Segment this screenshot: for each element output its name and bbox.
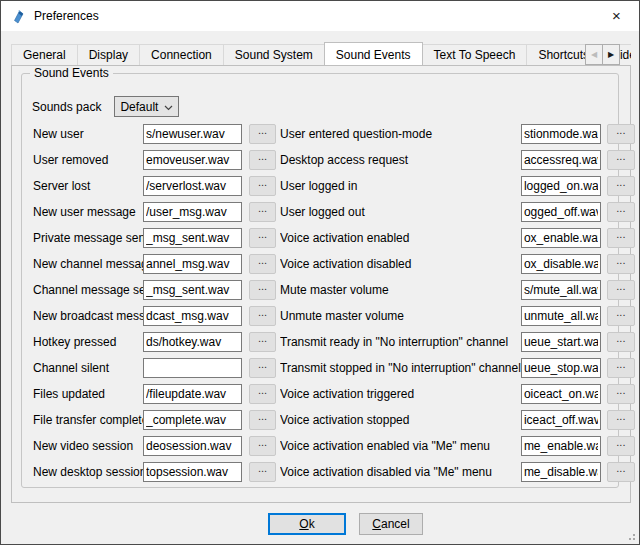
- browse-button[interactable]: ...: [249, 228, 276, 248]
- tab-text-to-speech[interactable]: Text To Speech: [422, 44, 528, 65]
- browse-button[interactable]: ...: [607, 202, 635, 222]
- sound-file-input[interactable]: [521, 332, 601, 352]
- sound-event-row: New video session ...: [33, 433, 276, 459]
- sound-file-input[interactable]: [143, 228, 242, 248]
- sound-file-input[interactable]: [143, 332, 242, 352]
- browse-button[interactable]: ...: [607, 410, 635, 430]
- sound-file-input[interactable]: [143, 176, 242, 196]
- tab-scroll-right-icon[interactable]: ▶: [602, 44, 620, 65]
- browse-button[interactable]: ...: [607, 150, 635, 170]
- browse-button[interactable]: ...: [249, 124, 276, 144]
- sound-event-row: New channel message ...: [33, 251, 276, 277]
- group-title: Sound Events: [30, 66, 113, 80]
- sound-file-input[interactable]: [521, 410, 601, 430]
- sound-file-input[interactable]: [143, 254, 242, 274]
- sound-file-input[interactable]: [143, 436, 242, 456]
- browse-button[interactable]: ...: [607, 384, 635, 404]
- sound-event-row: New user message ...: [33, 199, 276, 225]
- tab-connection[interactable]: Connection: [139, 44, 224, 65]
- browse-button[interactable]: ...: [607, 280, 635, 300]
- sound-file-input[interactable]: [143, 462, 242, 482]
- browse-button[interactable]: ...: [607, 358, 635, 378]
- browse-button[interactable]: ...: [607, 254, 635, 274]
- app-icon: [10, 8, 26, 24]
- browse-button[interactable]: ...: [249, 150, 276, 170]
- browse-button[interactable]: ...: [249, 410, 276, 430]
- sound-file-input[interactable]: [143, 202, 242, 222]
- tab-scroll-left-icon[interactable]: ◀: [585, 44, 603, 65]
- sound-file-input[interactable]: [521, 462, 601, 482]
- browse-button[interactable]: ...: [607, 124, 635, 144]
- sound-event-label: Channel silent: [33, 361, 143, 375]
- sound-event-row: User removed ...: [33, 147, 276, 173]
- sound-events-right-column: User entered question-mode ... Desktop a…: [280, 121, 635, 485]
- browse-button[interactable]: ...: [607, 176, 635, 196]
- sound-file-input[interactable]: [143, 384, 242, 404]
- sound-event-row: New user ...: [33, 121, 276, 147]
- browse-button[interactable]: ...: [607, 228, 635, 248]
- tab-sound-system[interactable]: Sound System: [223, 44, 325, 65]
- sound-event-row: File transfer complete ...: [33, 407, 276, 433]
- tab-bar: General Display Connection Sound System …: [11, 42, 631, 65]
- sound-file-input[interactable]: [521, 228, 601, 248]
- sound-file-input[interactable]: [521, 176, 601, 196]
- sound-event-label: Hotkey pressed: [33, 335, 143, 349]
- browse-button[interactable]: ...: [607, 332, 635, 352]
- sound-file-input[interactable]: [521, 384, 601, 404]
- sound-file-input[interactable]: [521, 280, 601, 300]
- browse-button[interactable]: ...: [249, 384, 276, 404]
- browse-button[interactable]: ...: [249, 202, 276, 222]
- tab-scroller: ◀ ▶: [585, 44, 620, 65]
- resize-grip[interactable]: [626, 531, 635, 540]
- window-title: Preferences: [34, 9, 99, 23]
- tab-sound-events[interactable]: Sound Events: [324, 42, 423, 65]
- sound-file-input[interactable]: [521, 306, 601, 326]
- browse-button[interactable]: ...: [607, 462, 635, 482]
- sound-events-left-column: New user ... User removed ... Server los: [29, 121, 276, 485]
- sound-event-columns: New user ... User removed ... Server los: [29, 121, 612, 485]
- browse-button[interactable]: ...: [607, 306, 635, 326]
- browse-button[interactable]: ...: [249, 436, 276, 456]
- sound-event-label: Server lost: [33, 179, 143, 193]
- sound-event-row: Private message sent ...: [33, 225, 276, 251]
- sound-event-label: Private message sent: [33, 231, 143, 245]
- browse-button[interactable]: ...: [249, 254, 276, 274]
- titlebar[interactable]: Preferences ×: [1, 1, 639, 31]
- sound-event-label: New broadcast message: [33, 309, 143, 323]
- sounds-pack-label: Sounds pack: [32, 100, 101, 114]
- sound-file-input[interactable]: [521, 124, 601, 144]
- browse-button[interactable]: ...: [249, 280, 276, 300]
- sound-file-input[interactable]: [143, 280, 242, 300]
- sound-file-input[interactable]: [143, 124, 242, 144]
- browse-button[interactable]: ...: [607, 436, 635, 456]
- browse-button[interactable]: ...: [249, 332, 276, 352]
- sound-event-label: Channel message sent: [33, 283, 143, 297]
- browse-button[interactable]: ...: [249, 306, 276, 326]
- sound-file-input[interactable]: [521, 150, 601, 170]
- sound-event-label: User logged out: [280, 205, 521, 219]
- sound-file-input[interactable]: [143, 358, 242, 378]
- ok-button[interactable]: Ok: [268, 513, 346, 535]
- sound-file-input[interactable]: [521, 436, 601, 456]
- sound-event-label: Voice activation disabled via "Me" menu: [280, 465, 521, 479]
- close-icon[interactable]: ×: [594, 1, 639, 30]
- sound-event-label: User logged in: [280, 179, 521, 193]
- sounds-pack-select[interactable]: Default: [114, 96, 179, 117]
- browse-button[interactable]: ...: [249, 462, 276, 482]
- sound-file-input[interactable]: [143, 306, 242, 326]
- tab-general[interactable]: General: [11, 44, 78, 65]
- sound-file-input[interactable]: [143, 410, 242, 430]
- sound-event-label: Voice activation triggered: [280, 387, 521, 401]
- cancel-button[interactable]: Cancel: [359, 513, 423, 535]
- sound-file-input[interactable]: [521, 254, 601, 274]
- sound-file-input[interactable]: [521, 358, 601, 378]
- tab-display[interactable]: Display: [77, 44, 140, 65]
- sound-event-label: New desktop session: [33, 465, 143, 479]
- sound-event-label: File transfer complete: [33, 413, 143, 427]
- sound-event-row: Voice activation enabled ...: [280, 225, 635, 251]
- browse-button[interactable]: ...: [249, 176, 276, 196]
- browse-button[interactable]: ...: [249, 358, 276, 378]
- sound-file-input[interactable]: [143, 150, 242, 170]
- sound-file-input[interactable]: [521, 202, 601, 222]
- sound-event-label: Transmit ready in "No interruption" chan…: [280, 335, 521, 349]
